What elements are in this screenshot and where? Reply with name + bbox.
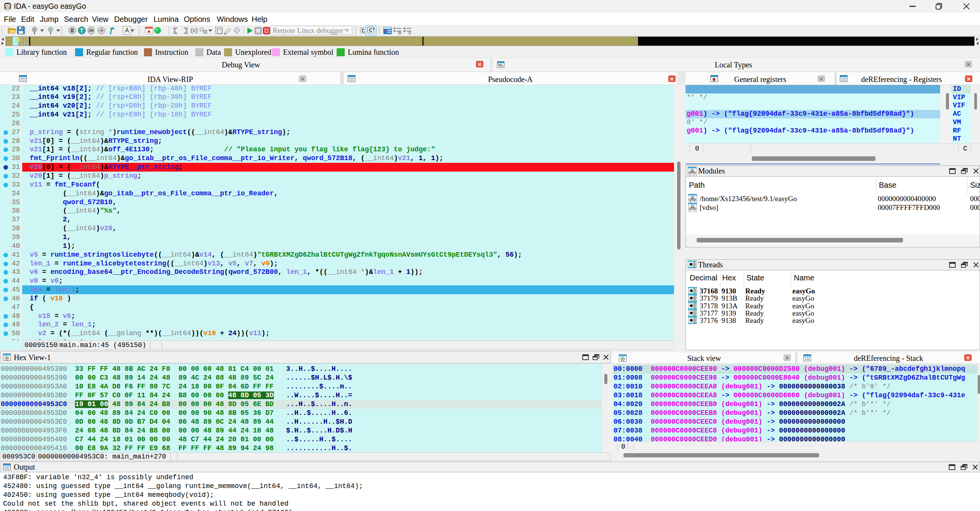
svg-text:A: A [125, 27, 129, 34]
svg-text:C: C [362, 28, 365, 34]
svg-text:C: C [369, 27, 373, 33]
